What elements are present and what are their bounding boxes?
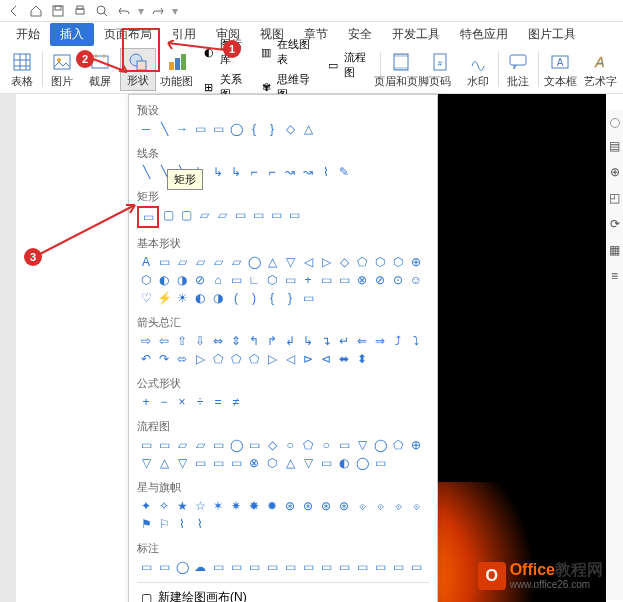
- shape-item[interactable]: ⊙: [389, 271, 407, 289]
- shape-item[interactable]: ◯: [227, 120, 245, 138]
- shape-item[interactable]: {: [263, 289, 281, 307]
- shape-item[interactable]: −: [155, 393, 173, 411]
- shape-item[interactable]: ⇒: [371, 332, 389, 350]
- shape-item[interactable]: ↷: [155, 350, 173, 368]
- shape-item[interactable]: ◁: [281, 350, 299, 368]
- shape-item[interactable]: △: [299, 120, 317, 138]
- shape-item[interactable]: }: [263, 120, 281, 138]
- shape-item[interactable]: ◇: [281, 120, 299, 138]
- menu-picturetools[interactable]: 图片工具: [518, 23, 586, 46]
- undo-icon[interactable]: [116, 3, 132, 19]
- shape-item[interactable]: ▭: [263, 558, 281, 576]
- shape-item[interactable]: ▢: [177, 206, 195, 224]
- shape-item[interactable]: ▭: [191, 120, 209, 138]
- shape-item[interactable]: ▭: [317, 271, 335, 289]
- shape-item[interactable]: ▭: [155, 558, 173, 576]
- shape-item[interactable]: ≠: [227, 393, 245, 411]
- shape-item[interactable]: ♡: [137, 289, 155, 307]
- shape-item[interactable]: ⬠: [245, 350, 263, 368]
- shape-item[interactable]: ▷: [263, 350, 281, 368]
- ribbon-wordart[interactable]: A 艺术字: [581, 48, 619, 91]
- shape-item[interactable]: ◁: [299, 253, 317, 271]
- shape-item[interactable]: ▭: [389, 558, 407, 576]
- shape-item[interactable]: ▭: [137, 558, 155, 576]
- shape-item[interactable]: ⬡: [263, 271, 281, 289]
- shape-item[interactable]: ⤵: [407, 332, 425, 350]
- ribbon-flowchart[interactable]: ▭流程图: [322, 48, 377, 82]
- menu-devtools[interactable]: 开发工具: [382, 23, 450, 46]
- shape-item[interactable]: ⟐: [389, 497, 407, 515]
- shape-item[interactable]: ▢: [159, 206, 177, 224]
- shape-item[interactable]: ▽: [281, 253, 299, 271]
- shape-item[interactable]: ◯: [353, 454, 371, 472]
- shape-item[interactable]: ↴: [317, 332, 335, 350]
- shape-item[interactable]: ◯: [173, 558, 191, 576]
- shape-item[interactable]: ▭: [249, 206, 267, 224]
- shape-item[interactable]: ◯: [245, 253, 263, 271]
- shape-item[interactable]: ⌇: [173, 515, 191, 533]
- shape-item[interactable]: ▭: [245, 436, 263, 454]
- shape-item[interactable]: ▭: [227, 558, 245, 576]
- shape-item[interactable]: ◯: [371, 436, 389, 454]
- shape-item[interactable]: ⬌: [335, 350, 353, 368]
- shape-item[interactable]: ◐: [191, 289, 209, 307]
- shape-item[interactable]: ⌐: [263, 163, 281, 181]
- shape-item[interactable]: ⬠: [227, 350, 245, 368]
- shape-item[interactable]: ▱: [195, 206, 213, 224]
- shape-item[interactable]: }: [281, 289, 299, 307]
- shape-item[interactable]: ⇕: [227, 332, 245, 350]
- shape-item[interactable]: ⇔: [209, 332, 227, 350]
- redo-icon[interactable]: [150, 3, 166, 19]
- shape-item[interactable]: ▽: [299, 454, 317, 472]
- preview-icon[interactable]: [94, 3, 110, 19]
- shape-item[interactable]: ▭: [281, 558, 299, 576]
- shape-item[interactable]: ✧: [155, 497, 173, 515]
- shape-item[interactable]: ⚡: [155, 289, 173, 307]
- ribbon-chart[interactable]: ▥在线图表: [255, 35, 320, 69]
- shape-item[interactable]: ▭: [267, 206, 285, 224]
- shape-item[interactable]: ▽: [137, 454, 155, 472]
- shape-item[interactable]: ⇩: [191, 332, 209, 350]
- shape-item[interactable]: ○: [317, 436, 335, 454]
- shape-item[interactable]: ◐: [335, 454, 353, 472]
- shape-item[interactable]: ▭: [335, 558, 353, 576]
- shape-item[interactable]: ↱: [263, 332, 281, 350]
- shape-item[interactable]: ↳: [299, 332, 317, 350]
- shape-item[interactable]: ⊗: [353, 271, 371, 289]
- shape-item[interactable]: ▭: [371, 454, 389, 472]
- shape-item[interactable]: ◇: [335, 253, 353, 271]
- shape-item[interactable]: ⚐: [155, 515, 173, 533]
- shape-item[interactable]: ▭: [231, 206, 249, 224]
- shape-item[interactable]: ╲: [137, 163, 155, 181]
- document-area[interactable]: 预设─╲→▭▭◯{}◇△线条╲╲╲↳↳↳⌐⌐↝↝⌇✎矩形▭▢▢▱▱▭▭▭▭基本形…: [16, 94, 623, 602]
- shape-item[interactable]: ▷: [317, 253, 335, 271]
- shape-item[interactable]: ▱: [173, 436, 191, 454]
- shape-item[interactable]: ▱: [191, 436, 209, 454]
- shape-item[interactable]: ▱: [227, 253, 245, 271]
- shape-item[interactable]: ↶: [137, 350, 155, 368]
- shape-item[interactable]: ⬡: [389, 253, 407, 271]
- shape-item[interactable]: ⬡: [263, 454, 281, 472]
- shape-item[interactable]: ▷: [191, 350, 209, 368]
- shape-item[interactable]: ⊲: [317, 350, 335, 368]
- shape-item[interactable]: ⬡: [371, 253, 389, 271]
- ribbon-picture[interactable]: 图片: [44, 48, 80, 91]
- print-icon[interactable]: [72, 3, 88, 19]
- menu-start[interactable]: 开始: [6, 23, 50, 46]
- shape-item[interactable]: ⊳: [299, 350, 317, 368]
- shape-item[interactable]: ▭: [407, 558, 425, 576]
- shape-item[interactable]: ⊘: [371, 271, 389, 289]
- shape-item[interactable]: ◐: [155, 271, 173, 289]
- shape-item[interactable]: ▭: [335, 436, 353, 454]
- shape-item[interactable]: ⊕: [407, 436, 425, 454]
- menu-security[interactable]: 安全: [338, 23, 382, 46]
- shape-item[interactable]: ▭: [209, 120, 227, 138]
- shape-item[interactable]: ⌇: [317, 163, 335, 181]
- toc-icon[interactable]: ≡: [607, 268, 623, 284]
- shape-item[interactable]: +: [299, 271, 317, 289]
- shape-item[interactable]: ⇧: [173, 332, 191, 350]
- shape-item[interactable]: ⟐: [353, 497, 371, 515]
- shape-item[interactable]: ▱: [209, 253, 227, 271]
- shape-item[interactable]: ): [245, 289, 263, 307]
- shape-item[interactable]: ✎: [335, 163, 353, 181]
